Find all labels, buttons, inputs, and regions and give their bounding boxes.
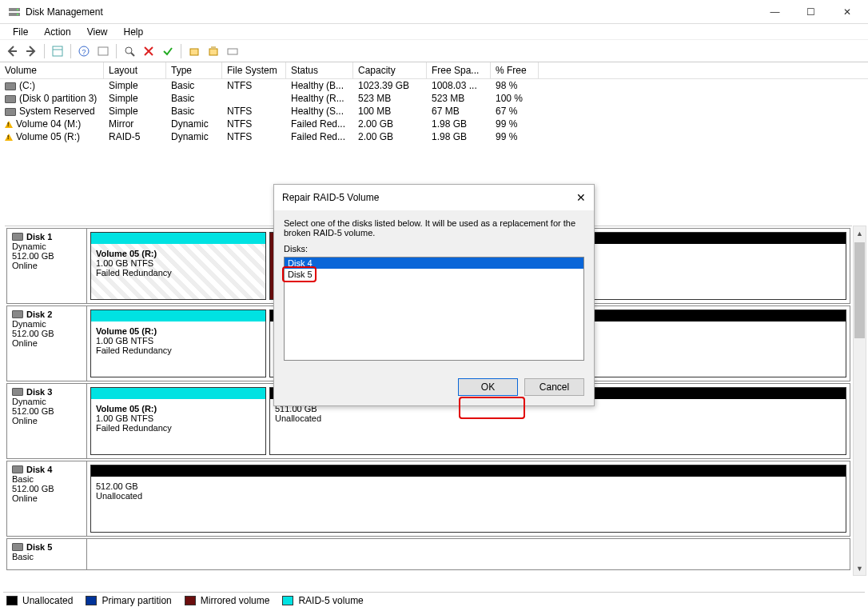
volume-free: 1.98 GB [427, 130, 491, 143]
volume-status: Failed Red... [286, 118, 353, 130]
partition[interactable]: Volume 05 (R:)1.00 GB NTFSFailed Redunda… [90, 232, 266, 300]
back-icon[interactable] [3, 42, 21, 60]
disk-name: Disk 3 [26, 387, 52, 397]
disk-row[interactable]: Disk 4Basic512.00 GBOnline512.00 GBUnall… [6, 461, 850, 537]
legend-label: Primary partition [102, 595, 171, 606]
partition-title: Volume 05 (R:) [96, 404, 261, 413]
delete-icon[interactable] [140, 42, 157, 60]
volume-pct: 67 % [491, 105, 539, 118]
volume-capacity: 2.00 GB [353, 130, 427, 143]
disk-name: Disk 2 [26, 309, 52, 319]
vol-head: Volume Layout Type File System Status Ca… [0, 62, 868, 79]
maximize-button[interactable]: ☐ [793, 0, 829, 24]
view-icon[interactable] [49, 42, 66, 60]
cancel-button[interactable]: Cancel [524, 378, 584, 396]
disk-icon [12, 465, 23, 473]
partition-title: Volume 05 (R:) [96, 326, 261, 336]
partition-stripe [91, 388, 265, 399]
volume-row[interactable]: (C:)SimpleBasicNTFSHealthy (B...1023.39 … [0, 79, 868, 92]
tool-icon-3[interactable] [205, 42, 222, 60]
col-type[interactable]: Type [166, 62, 222, 78]
ok-button[interactable]: OK [458, 378, 518, 396]
menu-file[interactable]: File [5, 25, 36, 39]
scroll-up-icon[interactable]: ▲ [854, 226, 866, 240]
svg-rect-12 [209, 49, 217, 55]
dialog-disk-list[interactable]: Disk 4Disk 5 [284, 257, 584, 361]
col-status[interactable]: Status [286, 62, 353, 78]
menu-action[interactable]: Action [36, 25, 78, 39]
disk-state: Online [12, 261, 82, 270]
volume-free: 1.98 GB [427, 118, 491, 130]
volume-row[interactable]: (Disk 0 partition 3)SimpleBasicHealthy (… [0, 92, 868, 105]
disk-icon [12, 310, 23, 318]
volume-name: (Disk 0 partition 3) [19, 93, 97, 104]
volume-name: System Reserved [19, 106, 95, 117]
col-pct[interactable]: % Free [491, 62, 539, 78]
tool-icon-2[interactable] [185, 42, 203, 60]
disk-icon [12, 388, 23, 396]
partition-size: 1.00 GB NTFS [96, 413, 261, 423]
volume-capacity: 1023.39 GB [353, 79, 427, 92]
menu-view[interactable]: View [79, 25, 116, 39]
check-icon[interactable] [159, 42, 177, 60]
volume-row[interactable]: Volume 05 (R:)RAID-5DynamicNTFSFailed Re… [0, 130, 868, 143]
partition-status: Failed Redundancy [96, 345, 261, 355]
partition-status: Unallocated [96, 491, 841, 501]
volume-fs: NTFS [222, 130, 286, 143]
scroll-thumb[interactable] [854, 242, 865, 338]
help-icon[interactable]: ? [75, 42, 93, 60]
search-icon[interactable] [121, 42, 138, 60]
disk-type: Basic [12, 474, 82, 484]
volume-name: Volume 04 (M:) [16, 118, 81, 130]
minimize-button[interactable]: — [757, 0, 793, 24]
disk-state: Online [12, 338, 82, 348]
tool-icon-4[interactable] [224, 42, 241, 60]
partition-status: Unallocated [275, 413, 841, 423]
volume-free: 523 MB [427, 92, 491, 105]
col-layout[interactable]: Layout [104, 62, 166, 78]
volume-pct: 99 % [491, 118, 539, 130]
disk-type: Basic [12, 552, 82, 561]
partition-size: 512.00 GB [96, 481, 841, 491]
dialog-list-item[interactable]: Disk 4 [285, 258, 583, 269]
legend: UnallocatedPrimary partitionMirrored vol… [3, 592, 865, 608]
svg-line-10 [131, 53, 134, 56]
volume-row[interactable]: Volume 04 (M:)MirrorDynamicNTFSFailed Re… [0, 118, 868, 130]
disk-type: Dynamic [12, 319, 82, 329]
menu-help[interactable]: Help [116, 25, 152, 39]
volume-name: Volume 05 (R:) [16, 131, 80, 142]
dialog-close-icon[interactable]: ✕ [576, 191, 586, 204]
scrollbar-vertical[interactable]: ▲ ▼ [853, 226, 866, 576]
volume-table: Volume Layout Type File System Status Ca… [0, 62, 868, 143]
disk-row[interactable]: Disk 5Basic [6, 538, 850, 570]
scroll-down-icon[interactable]: ▼ [854, 561, 866, 575]
partition[interactable]: Volume 05 (R:)1.00 GB NTFSFailed Redunda… [90, 309, 266, 377]
col-free[interactable]: Free Spa... [427, 62, 491, 78]
forward-icon[interactable] [22, 42, 40, 60]
volume-fs: NTFS [222, 118, 286, 130]
col-volume[interactable]: Volume [0, 62, 104, 78]
partition-status: Failed Redundancy [96, 423, 261, 433]
partition-title: Volume 05 (R:) [96, 249, 261, 258]
svg-rect-8 [98, 47, 108, 55]
volume-name: (C:) [19, 80, 35, 91]
tool-icon-1[interactable] [94, 42, 112, 60]
disk-icon [12, 233, 23, 241]
partition-stripe [91, 465, 846, 477]
col-capacity[interactable]: Capacity [353, 62, 427, 78]
dialog-list-item[interactable]: Disk 5 [285, 269, 583, 280]
col-fs[interactable]: File System [222, 62, 286, 78]
app-icon [8, 6, 21, 18]
dialog-list-label: Disks: [284, 244, 584, 254]
close-button[interactable]: ✕ [829, 0, 865, 24]
partition[interactable]: Volume 05 (R:)1.00 GB NTFSFailed Redunda… [90, 387, 266, 455]
legend-label: Mirrored volume [201, 595, 270, 606]
volume-type: Dynamic [166, 118, 222, 130]
toolbar: ? [0, 40, 868, 62]
disk-size: 512.00 GB [12, 251, 82, 261]
volume-row[interactable]: System ReservedSimpleBasicNTFSHealthy (S… [0, 105, 868, 118]
partition[interactable]: 512.00 GBUnallocated [90, 465, 846, 533]
volume-capacity: 2.00 GB [353, 118, 427, 130]
legend-label: RAID-5 volume [298, 595, 363, 606]
window-title: Disk Management [26, 6, 757, 18]
